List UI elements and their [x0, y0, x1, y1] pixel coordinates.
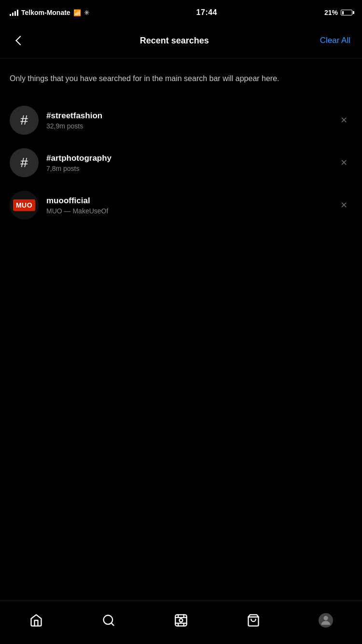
- status-bar: Telkom-Monate 📶 ✳ 17:44 21%: [0, 0, 362, 23]
- profile-avatar: [319, 613, 333, 628]
- nav-home[interactable]: [22, 606, 51, 635]
- nav-profile[interactable]: [311, 606, 340, 635]
- search-icon: [102, 614, 115, 627]
- search-item-sub-3: MUO — MakeUseOf: [46, 207, 327, 215]
- nav-search[interactable]: [94, 606, 123, 635]
- battery-percent: 21%: [324, 9, 338, 16]
- page-title: Recent searches: [140, 36, 209, 46]
- svg-line-1: [111, 623, 113, 625]
- signal-icon: [10, 9, 18, 16]
- bottom-nav: [0, 601, 362, 644]
- nav-reels[interactable]: [167, 606, 195, 635]
- nav-shop[interactable]: [239, 606, 268, 635]
- muo-badge: MUO: [13, 199, 35, 211]
- remove-button-3[interactable]: ✕: [335, 196, 352, 214]
- clear-all-button[interactable]: Clear All: [318, 32, 352, 49]
- remove-button-2[interactable]: ✕: [335, 154, 352, 171]
- svg-rect-2: [175, 615, 186, 626]
- hashtag-avatar-2: #: [10, 148, 39, 177]
- search-item[interactable]: # #streetfashion 32,9m posts ✕: [0, 99, 362, 141]
- wifi-icon: 📶: [73, 9, 81, 16]
- search-item-sub-1: 32,9m posts: [46, 122, 327, 130]
- time-display: 17:44: [196, 8, 217, 17]
- search-item-name-1: #streetfashion: [46, 111, 327, 121]
- battery-icon: [341, 10, 352, 15]
- status-right: 21%: [324, 9, 352, 16]
- search-item-info-2: #artphotography 7,8m posts: [46, 154, 327, 172]
- header: Recent searches Clear All: [0, 23, 362, 58]
- battery-fill: [342, 11, 344, 14]
- remove-button-1[interactable]: ✕: [335, 112, 352, 129]
- back-button[interactable]: [10, 30, 31, 51]
- info-text: Only things that you have searched for i…: [0, 58, 362, 94]
- hashtag-avatar-1: #: [10, 106, 39, 135]
- search-list: # #streetfashion 32,9m posts ✕ # #artpho…: [0, 94, 362, 231]
- shop-icon: [247, 614, 260, 627]
- search-item-info-1: #streetfashion 32,9m posts: [46, 111, 327, 130]
- svg-point-5: [323, 616, 328, 620]
- carrier-name: Telkom-Monate: [21, 9, 70, 16]
- search-item-3[interactable]: MUO muoofficial MUO — MakeUseOf ✕: [0, 184, 362, 226]
- search-item-2[interactable]: # #artphotography 7,8m posts ✕: [0, 141, 362, 184]
- home-icon: [29, 614, 43, 627]
- signal-extra-icon: ✳: [84, 9, 89, 16]
- search-item-name-2: #artphotography: [46, 154, 327, 163]
- account-avatar-3: MUO: [10, 191, 39, 220]
- svg-point-3: [180, 618, 183, 622]
- back-arrow-icon: [15, 36, 25, 45]
- status-left: Telkom-Monate 📶 ✳: [10, 9, 89, 16]
- hash-icon-1: #: [20, 112, 28, 128]
- hash-icon-2: #: [20, 155, 28, 170]
- search-item-sub-2: 7,8m posts: [46, 165, 327, 172]
- search-item-name-3: muoofficial: [46, 196, 327, 206]
- reels-icon: [174, 614, 188, 627]
- search-item-info-3: muoofficial MUO — MakeUseOf: [46, 196, 327, 215]
